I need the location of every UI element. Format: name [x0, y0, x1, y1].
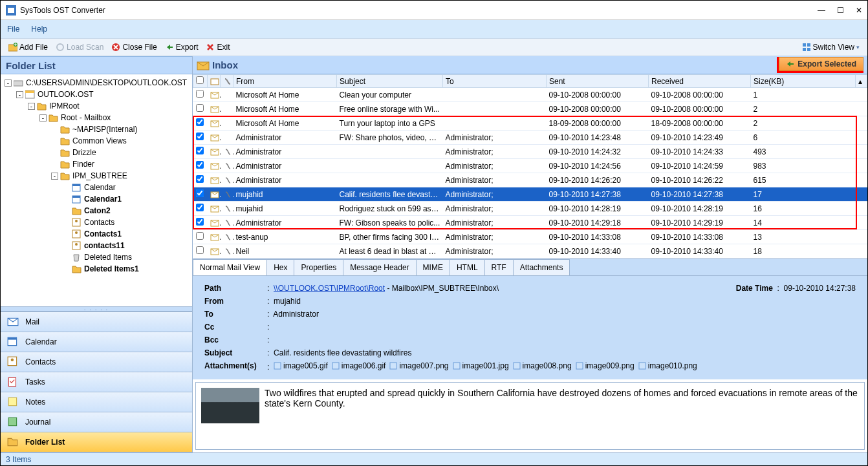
to-label: To — [201, 308, 262, 320]
svg-rect-45 — [332, 363, 339, 369]
mail-preview: Two wildfires that erupted and spread qu… — [195, 382, 865, 450]
folder-tree[interactable]: -C:\USERS\ADMIN\DESKTOP\OUTLOOK.OST-OUTL… — [1, 74, 192, 306]
mail-row[interactable]: AdministratorFW: Share photos, video, an… — [193, 131, 867, 145]
tree-node[interactable]: contacts11 — [2, 240, 191, 251]
mail-row[interactable]: NeilAt least 6 dead in blast at C...Admi… — [193, 244, 867, 259]
tree-node[interactable]: Deleted Items1 — [2, 263, 191, 275]
tree-node[interactable]: Calendar — [2, 182, 191, 193]
attachment-chip[interactable]: image009.png — [576, 361, 635, 370]
nav-mail[interactable]: Mail — [1, 312, 192, 332]
attachment-chip[interactable]: image010.png — [638, 361, 697, 370]
svg-rect-11 — [25, 90, 34, 93]
tree-node[interactable]: Contacts1 — [2, 228, 191, 240]
nav-calendar[interactable]: Calendar — [1, 332, 192, 352]
add-file-button[interactable]: Add File — [5, 41, 52, 53]
inbox-title: Inbox — [212, 59, 238, 70]
from-label: From — [201, 295, 262, 307]
nav-folder-list[interactable]: Folder List — [1, 432, 192, 452]
tab-rtf[interactable]: RTF — [484, 259, 514, 275]
exit-icon — [206, 43, 215, 52]
col-header[interactable]: Size(KB) — [751, 75, 856, 88]
tab-properties[interactable]: Properties — [294, 259, 343, 275]
tree-node[interactable]: Caton2 — [2, 205, 191, 217]
minimize-button[interactable]: — — [818, 6, 825, 15]
col-header[interactable]: Subject — [337, 75, 443, 88]
mail-row[interactable]: Microsoft At HomeFree online storage wit… — [193, 102, 867, 116]
title-bar: SysTools OST Converter — ☐ ✕ — [1, 1, 867, 20]
svg-rect-8 — [807, 48, 810, 51]
tree-node[interactable]: Calendar1 — [2, 193, 191, 205]
add-file-icon — [8, 43, 17, 52]
exit-button[interactable]: Exit — [202, 41, 233, 53]
tree-node[interactable]: Contacts — [2, 217, 191, 228]
svg-rect-9 — [14, 81, 23, 86]
attachments-label: Attachment(s) — [201, 360, 262, 373]
col-header[interactable] — [221, 75, 233, 88]
from-value: mujahid — [274, 297, 301, 306]
col-header[interactable]: To — [443, 75, 547, 88]
maximize-button[interactable]: ☐ — [837, 6, 844, 15]
tree-node[interactable]: -C:\USERS\ADMIN\DESKTOP\OUTLOOK.OST — [2, 77, 191, 89]
nav-tasks[interactable]: Tasks — [1, 372, 192, 392]
col-header[interactable]: Sent — [547, 75, 649, 88]
to-value: Administrator — [273, 310, 319, 319]
svg-rect-7 — [803, 48, 806, 51]
tab-attachments[interactable]: Attachments — [513, 259, 570, 275]
tab-mime[interactable]: MIME — [416, 259, 450, 275]
splitter-gripper[interactable]: · · · · · — [1, 306, 192, 312]
close-file-icon — [111, 43, 120, 52]
subject-value: Calif. residents flee devastating wildfi… — [274, 348, 411, 357]
tree-node[interactable]: -OUTLOOK.OST — [2, 89, 191, 100]
svg-rect-29 — [8, 418, 16, 425]
attachment-chip[interactable]: image008.png — [513, 361, 572, 370]
mail-row[interactable]: AdministratorAdministrator;09-10-2010 14… — [193, 145, 867, 159]
tree-node[interactable]: Common Views — [2, 135, 191, 147]
nav-notes[interactable]: Notes — [1, 392, 192, 412]
tree-node[interactable]: -IPM_SUBTREE — [2, 170, 191, 182]
tab-html[interactable]: HTML — [450, 259, 485, 275]
menu-file[interactable]: File — [7, 25, 19, 34]
col-header[interactable] — [208, 75, 221, 88]
menu-help[interactable]: Help — [31, 25, 47, 34]
tab-normal-mail-view[interactable]: Normal Mail View — [193, 259, 267, 275]
datetime-value: 09-10-2010 14:27:38 — [784, 284, 856, 293]
tree-node[interactable]: Finder — [2, 158, 191, 170]
export-button[interactable]: Export — [161, 41, 202, 53]
col-header[interactable]: Received — [649, 75, 751, 88]
svg-rect-24 — [8, 337, 17, 339]
tree-node[interactable]: -IPMRoot — [2, 100, 191, 112]
tree-node[interactable]: Deleted Items — [2, 251, 191, 263]
nav-journal[interactable]: Journal — [1, 412, 192, 432]
svg-rect-44 — [274, 363, 281, 369]
mail-row[interactable]: mujahidCalif. residents flee devastat...… — [193, 187, 867, 202]
load-scan-button[interactable]: Load Scan — [52, 41, 107, 53]
mail-row[interactable]: AdministratorAdministrator;09-10-2010 14… — [193, 159, 867, 173]
attachment-chip[interactable]: image001.jpg — [453, 361, 509, 370]
svg-point-19 — [75, 231, 78, 234]
export-selected-button[interactable]: Export Selected — [779, 57, 863, 71]
close-file-button[interactable]: Close File — [107, 41, 160, 53]
attachment-chip[interactable]: image005.gif — [274, 361, 328, 370]
mail-grid[interactable]: FromSubjectToSentReceivedSize(KB)▴Micros… — [193, 74, 867, 259]
col-header[interactable] — [193, 75, 208, 88]
tree-node[interactable]: -Root - Mailbox — [2, 112, 191, 123]
col-header[interactable]: From — [233, 75, 337, 88]
mail-row[interactable]: AdministratorAdministrator;09-10-2010 14… — [193, 173, 867, 187]
mail-row[interactable]: test-anupBP, other firms facing 300 la..… — [193, 230, 867, 244]
close-button[interactable]: ✕ — [856, 6, 862, 15]
tree-node[interactable]: Drizzle — [2, 147, 191, 158]
toolbar: Add File Load Scan Close File Export Exi… — [1, 38, 867, 56]
attachment-chip[interactable]: image007.png — [389, 361, 448, 370]
inbox-icon — [197, 60, 210, 70]
tab-message-header[interactable]: Message Header — [343, 259, 416, 275]
mail-row[interactable]: Microsoft At HomeClean your computer09-1… — [193, 88, 867, 102]
path-link[interactable]: \\OUTLOOK.OST\IPMRoot\Root — [274, 284, 385, 293]
mail-row[interactable]: AdministratorFW: Gibson speaks to polic.… — [193, 216, 867, 230]
mail-row[interactable]: Microsoft At HomeTurn your laptop into a… — [193, 116, 867, 131]
switch-view-button[interactable]: Switch View ▾ — [798, 41, 863, 53]
mail-row[interactable]: mujahidRodriguez stuck on 599 as T...Adm… — [193, 202, 867, 216]
tree-node[interactable]: ~MAPISP(Internal) — [2, 123, 191, 135]
tab-hex[interactable]: Hex — [266, 259, 294, 275]
attachment-chip[interactable]: image006.gif — [332, 361, 386, 370]
nav-contacts[interactable]: Contacts — [1, 352, 192, 372]
